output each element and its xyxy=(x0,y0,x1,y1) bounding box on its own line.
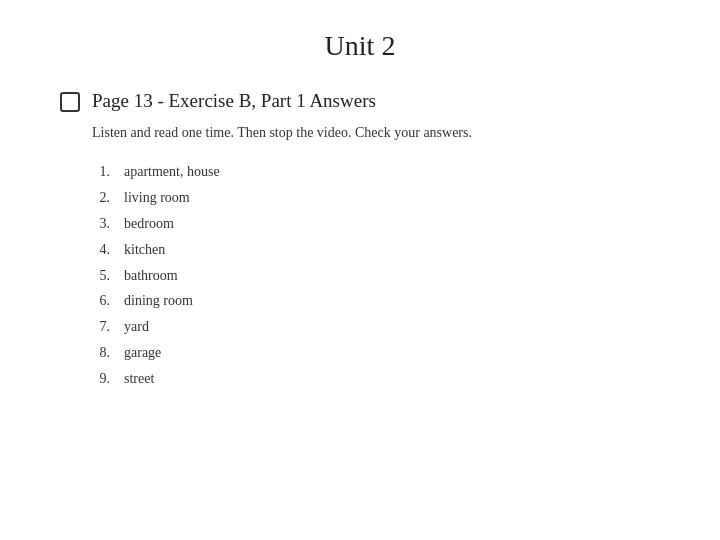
list-item: 1.apartment, house xyxy=(92,159,660,185)
list-item: 8.garage xyxy=(92,340,660,366)
list-item: 4.kitchen xyxy=(92,237,660,263)
page-title: Unit 2 xyxy=(60,30,660,62)
list-number: 1. xyxy=(92,159,110,185)
list-number: 2. xyxy=(92,185,110,211)
list-text: garage xyxy=(124,340,161,366)
list-number: 7. xyxy=(92,314,110,340)
list-item: 6.dining room xyxy=(92,288,660,314)
exercise-section: Page 13 - Exercise B, Part 1 Answers Lis… xyxy=(60,90,660,392)
list-number: 3. xyxy=(92,211,110,237)
list-number: 5. xyxy=(92,263,110,289)
list-text: kitchen xyxy=(124,237,165,263)
list-text: apartment, house xyxy=(124,159,220,185)
checkbox-icon xyxy=(60,92,80,112)
list-number: 4. xyxy=(92,237,110,263)
list-text: living room xyxy=(124,185,190,211)
list-text: bedroom xyxy=(124,211,174,237)
list-item: 9.street xyxy=(92,366,660,392)
list-number: 9. xyxy=(92,366,110,392)
list-number: 6. xyxy=(92,288,110,314)
answer-list: 1.apartment, house2.living room3.bedroom… xyxy=(92,159,660,392)
list-item: 2.living room xyxy=(92,185,660,211)
section-header: Page 13 - Exercise B, Part 1 Answers xyxy=(60,90,660,112)
list-number: 8. xyxy=(92,340,110,366)
list-text: yard xyxy=(124,314,149,340)
list-text: dining room xyxy=(124,288,193,314)
list-item: 5.bathroom xyxy=(92,263,660,289)
list-item: 7.yard xyxy=(92,314,660,340)
list-text: bathroom xyxy=(124,263,178,289)
list-text: street xyxy=(124,366,154,392)
list-item: 3.bedroom xyxy=(92,211,660,237)
section-title: Page 13 - Exercise B, Part 1 Answers xyxy=(92,90,376,112)
instruction-text: Listen and read one time. Then stop the … xyxy=(92,122,660,143)
